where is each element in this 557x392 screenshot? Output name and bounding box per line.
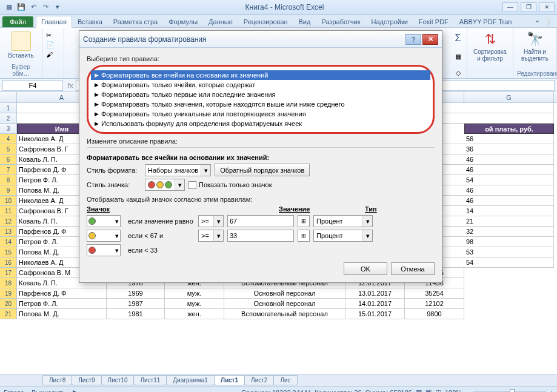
cell[interactable]: 1969: [107, 288, 165, 299]
format-painter-icon[interactable]: 🖌: [46, 51, 60, 58]
cell[interactable]: 21: [464, 216, 554, 227]
row-header[interactable]: 21: [0, 309, 17, 319]
cell[interactable]: 12102: [405, 299, 464, 309]
find-select-button[interactable]: 🔭 Найти и выделить: [517, 29, 553, 64]
rule-type-item[interactable]: ▶Форматировать только ячейки, которые со…: [91, 80, 430, 90]
sheet-tab[interactable]: Лист2: [244, 375, 274, 385]
icon-style-combo[interactable]: ▾: [145, 179, 185, 191]
tab-data[interactable]: Данные: [203, 16, 238, 27]
cell[interactable]: 56: [464, 134, 554, 144]
rule-type-item[interactable]: ▶Форматировать все ячейки на основании и…: [91, 70, 430, 80]
cell[interactable]: 35254: [405, 288, 464, 299]
status-macro-icon[interactable]: ▶: [73, 388, 78, 392]
cell[interactable]: Парфенов Д. Ф: [17, 288, 107, 299]
cell[interactable]: 36: [464, 144, 554, 154]
op2-combo[interactable]: >=▾: [198, 230, 224, 242]
col-G[interactable]: G: [464, 92, 554, 102]
reverse-order-button[interactable]: Обратный порядок значков: [215, 164, 310, 176]
qat-more-icon[interactable]: ▾: [52, 2, 63, 13]
sort-filter-button[interactable]: ⇅ Сортировка и фильтр: [471, 29, 509, 64]
tab-insert[interactable]: Вставка: [72, 16, 108, 27]
sheet-tab[interactable]: Лист11: [133, 375, 167, 385]
cell[interactable]: 54: [464, 175, 554, 185]
format-style-combo[interactable]: Наборы значков▾: [145, 164, 211, 176]
cut-icon[interactable]: ✂: [46, 32, 60, 39]
redo-icon[interactable]: ↷: [40, 2, 51, 13]
save-icon[interactable]: 💾: [16, 2, 27, 13]
cell[interactable]: Петров Ф. Л.: [17, 299, 107, 309]
view-pagebreak-icon[interactable]: ◫: [435, 388, 441, 392]
table-header-salary[interactable]: ой платы, руб.: [464, 124, 554, 134]
cell[interactable]: 9800: [405, 309, 464, 319]
undo-icon[interactable]: ↶: [28, 2, 39, 13]
tab-addons[interactable]: Надстройки: [366, 16, 413, 27]
rule-type-item[interactable]: ▶Использовать формулу для определения фо…: [91, 119, 430, 128]
view-layout-icon[interactable]: ▣: [425, 388, 432, 392]
tab-formulas[interactable]: Формулы: [163, 16, 203, 27]
cell[interactable]: 46: [464, 196, 554, 206]
cell[interactable]: 14: [464, 206, 554, 216]
icon1-combo[interactable]: ▾: [87, 215, 121, 227]
ref2-picker[interactable]: ⊞: [298, 230, 310, 242]
row-header[interactable]: 10: [0, 196, 17, 206]
sheet-tab[interactable]: Лист1: [214, 375, 245, 385]
rule-type-item[interactable]: ▶Форматировать только значения, которые …: [91, 99, 430, 109]
dialog-help-button[interactable]: ?: [405, 34, 421, 45]
tab-developer[interactable]: Разработчик: [316, 16, 365, 27]
row-header[interactable]: 20: [0, 299, 17, 309]
icon3-combo[interactable]: ▾: [87, 244, 121, 256]
file-tab[interactable]: Файл: [2, 16, 33, 27]
zoom-in-button[interactable]: +: [550, 389, 553, 393]
row-header[interactable]: 6: [0, 154, 17, 165]
tab-view[interactable]: Вид: [293, 16, 316, 27]
row-header[interactable]: 12: [0, 216, 17, 227]
copy-icon[interactable]: 📄: [46, 41, 60, 49]
cell[interactable]: 46: [464, 165, 554, 175]
row-header[interactable]: 5: [0, 144, 17, 154]
sheet-tab[interactable]: Диаграмма1: [166, 375, 215, 385]
cell[interactable]: 32: [464, 227, 554, 237]
tab-foxit[interactable]: Foxit PDF: [413, 16, 454, 27]
sheet-tab[interactable]: Лист9: [72, 375, 101, 385]
row-header[interactable]: 19: [0, 288, 17, 299]
value2-input[interactable]: [227, 230, 294, 242]
ok-button[interactable]: OK: [344, 262, 387, 275]
cell[interactable]: Попова М. Д.: [17, 309, 107, 319]
cell[interactable]: 46: [464, 154, 554, 165]
ref1-picker[interactable]: ⊞: [298, 215, 310, 227]
row-header[interactable]: 2: [0, 113, 17, 124]
cell[interactable]: 53: [464, 247, 554, 257]
cancel-button[interactable]: Отмена: [391, 262, 435, 275]
cell[interactable]: 15.01.2017: [345, 309, 405, 319]
cell[interactable]: муж.: [165, 299, 224, 309]
tab-abbyy[interactable]: ABBYY PDF Tran: [454, 16, 518, 27]
view-normal-icon[interactable]: ▦: [416, 388, 422, 392]
paste-button[interactable]: Вставить: [4, 29, 38, 61]
row-header[interactable]: 9: [0, 185, 17, 196]
tab-layout[interactable]: Разметка стра: [108, 16, 163, 27]
icon2-combo[interactable]: ▾: [87, 230, 121, 242]
rule-type-item[interactable]: ▶Форматировать только уникальные или пов…: [91, 109, 430, 119]
dialog-titlebar[interactable]: Создание правила форматирования ? ✕: [79, 31, 442, 48]
ribbon-minimize-icon[interactable]: ⌃: [535, 19, 540, 27]
row-header[interactable]: 4: [0, 134, 17, 144]
help-icon[interactable]: ❔: [544, 19, 552, 27]
type1-combo[interactable]: Процент▾: [313, 215, 373, 227]
show-icon-only-checkbox[interactable]: Показать только значок: [188, 181, 272, 189]
type2-combo[interactable]: Процент▾: [313, 230, 373, 242]
row-header[interactable]: 7: [0, 165, 17, 175]
row-header[interactable]: 17: [0, 268, 17, 278]
cell[interactable]: 54: [464, 257, 554, 268]
select-all-corner[interactable]: [0, 92, 17, 102]
name-box[interactable]: F4: [2, 80, 63, 91]
row-header[interactable]: 14: [0, 237, 17, 247]
cell[interactable]: жен.: [165, 309, 224, 319]
zoom-level[interactable]: 100%: [445, 389, 462, 393]
restore-button[interactable]: ❐: [521, 2, 536, 12]
cell[interactable]: Основной персонал: [224, 299, 345, 309]
cell[interactable]: 13.01.2017: [345, 288, 405, 299]
fx-icon[interactable]: fx: [65, 82, 76, 89]
zoom-out-button[interactable]: −: [465, 389, 469, 393]
sheet-tab[interactable]: Лист10: [101, 375, 135, 385]
cell[interactable]: 1981: [107, 309, 165, 319]
